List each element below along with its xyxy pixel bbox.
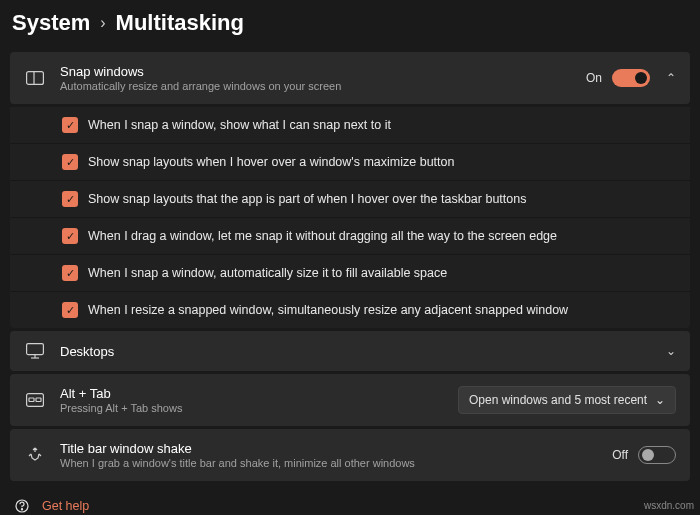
title-bar-shake-panel[interactable]: Title bar window shake When I grab a win… [10,429,690,481]
chevron-right-icon: › [100,14,105,32]
page-title: Multitasking [116,10,244,36]
snap-toggle[interactable] [612,69,650,87]
snap-option: ✓ When I snap a window, automatically si… [10,255,690,292]
chevron-up-icon: ⌃ [666,71,676,85]
svg-rect-7 [36,398,41,402]
get-help-link[interactable]: Get help [14,499,690,513]
checkbox[interactable]: ✓ [62,117,78,133]
snap-windows-icon [24,71,46,85]
snap-option-label: When I snap a window, show what I can sn… [88,118,391,132]
snap-option-label: When I resize a snapped window, simultan… [88,303,568,317]
shake-toggle[interactable] [638,446,676,464]
snap-options-list: ✓ When I snap a window, show what I can … [10,107,690,328]
svg-rect-6 [29,398,34,402]
chevron-down-icon: ⌄ [655,393,665,407]
chevron-down-icon: ⌄ [666,344,676,358]
shake-toggle-label: Off [612,448,628,462]
snap-windows-panel[interactable]: Snap windows Automatically resize and ar… [10,52,690,104]
snap-option: ✓ When I resize a snapped window, simult… [10,292,690,328]
alt-tab-icon [24,393,46,407]
shake-title: Title bar window shake [60,441,598,456]
desktops-title: Desktops [60,344,646,359]
shake-subtitle: When I grab a window's title bar and sha… [60,457,598,469]
help-icon [14,499,30,513]
snap-option-label: Show snap layouts that the app is part o… [88,192,526,206]
get-help-text: Get help [42,499,89,513]
snap-option: ✓ Show snap layouts when I hover over a … [10,144,690,181]
checkbox[interactable]: ✓ [62,154,78,170]
alt-tab-title: Alt + Tab [60,386,444,401]
alt-tab-dropdown-value: Open windows and 5 most recent tabs in M [469,393,647,407]
breadcrumb: System › Multitasking [10,10,690,36]
watermark: wsxdn.com [644,500,694,511]
breadcrumb-parent[interactable]: System [12,10,90,36]
checkbox[interactable]: ✓ [62,228,78,244]
alt-tab-dropdown[interactable]: Open windows and 5 most recent tabs in M… [458,386,676,414]
snap-subtitle: Automatically resize and arrange windows… [60,80,572,92]
svg-rect-0 [27,72,44,85]
desktops-panel[interactable]: Desktops ⌄ [10,331,690,371]
snap-option-label: When I drag a window, let me snap it wit… [88,229,557,243]
snap-option-label: When I snap a window, automatically size… [88,266,447,280]
snap-title: Snap windows [60,64,572,79]
snap-option: ✓ When I snap a window, show what I can … [10,107,690,144]
alt-tab-subtitle: Pressing Alt + Tab shows [60,402,444,414]
snap-option: ✓ Show snap layouts that the app is part… [10,181,690,218]
snap-option-label: Show snap layouts when I hover over a wi… [88,155,454,169]
shake-icon [24,446,46,464]
checkbox[interactable]: ✓ [62,265,78,281]
alt-tab-panel[interactable]: Alt + Tab Pressing Alt + Tab shows Open … [10,374,690,426]
checkbox[interactable]: ✓ [62,302,78,318]
checkbox[interactable]: ✓ [62,191,78,207]
snap-toggle-label: On [586,71,602,85]
desktops-icon [24,343,46,359]
svg-rect-2 [27,344,44,355]
snap-option: ✓ When I drag a window, let me snap it w… [10,218,690,255]
svg-point-9 [21,509,22,510]
